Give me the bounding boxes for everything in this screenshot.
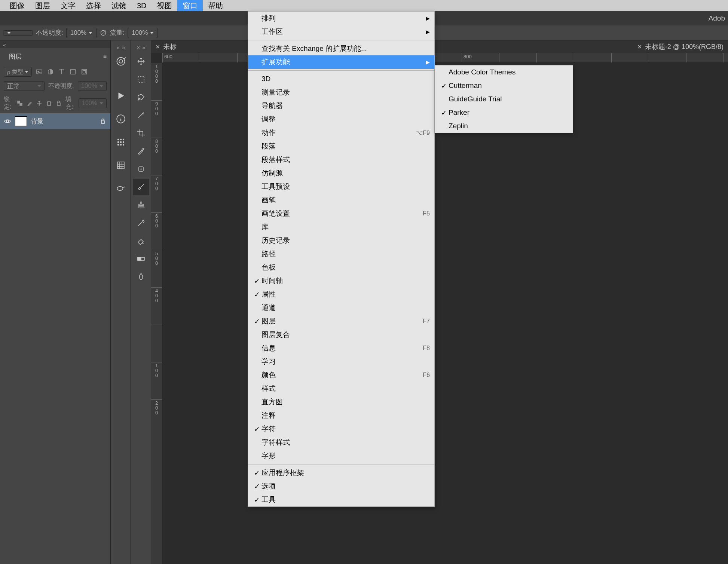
menu-item[interactable]: 通道 xyxy=(248,301,434,315)
toolbar-handle[interactable]: ×» xyxy=(137,43,145,52)
menu-选择[interactable]: 选择 xyxy=(81,0,106,11)
lock-move-icon[interactable] xyxy=(36,99,42,107)
menu-item[interactable]: ✓工具 xyxy=(248,493,434,506)
grid-dots-icon[interactable] xyxy=(113,134,129,150)
menu-item[interactable]: 查找有关 Exchange 的扩展功能... xyxy=(248,42,434,55)
menu-item[interactable]: 调整 xyxy=(248,113,434,126)
healing-tool[interactable] xyxy=(133,161,149,177)
menu-item[interactable]: 段落 xyxy=(248,140,434,153)
layer-row-background[interactable]: 背景 xyxy=(0,113,110,129)
submenu-item[interactable]: GuideGuide Trial xyxy=(435,92,573,106)
menu-item[interactable]: 动作⌥F9 xyxy=(248,126,434,140)
layer-opacity-value[interactable]: 100% xyxy=(78,81,107,91)
submenu-item[interactable]: Zeplin xyxy=(435,119,573,133)
brush-tool[interactable] xyxy=(133,179,149,195)
menu-item[interactable]: 路径 xyxy=(248,247,434,261)
info-icon[interactable] xyxy=(113,111,129,127)
menu-item[interactable]: 色板 xyxy=(248,261,434,274)
menu-滤镜[interactable]: 滤镜 xyxy=(106,0,132,11)
wand-tool[interactable] xyxy=(133,107,149,123)
menu-item[interactable]: 注释 xyxy=(248,409,434,422)
menu-item[interactable]: 画笔 xyxy=(248,193,434,207)
menu-item[interactable]: ✓图层F7 xyxy=(248,315,434,328)
lock-all-icon[interactable] xyxy=(56,99,62,107)
menu-item[interactable]: 学习 xyxy=(248,355,434,368)
close-icon[interactable]: ✕ xyxy=(637,44,642,50)
filter-kind-dropdown[interactable]: ρ类型 xyxy=(4,67,32,77)
submenu-item[interactable]: Adobe Color Themes xyxy=(435,65,573,79)
filter-shape-icon[interactable] xyxy=(69,68,77,76)
pressure-opacity-icon[interactable] xyxy=(100,29,107,37)
menu-图层[interactable]: 图层 xyxy=(30,0,55,11)
menu-item[interactable]: 段落样式 xyxy=(248,153,434,166)
blend-mode-dropdown[interactable]: 正常 xyxy=(4,81,45,91)
menu-item[interactable]: 直方图 xyxy=(248,395,434,409)
menu-窗口[interactable]: 窗口 xyxy=(177,0,203,11)
menu-item[interactable]: 字符样式 xyxy=(248,436,434,449)
lock-transparent-icon[interactable] xyxy=(17,99,23,107)
stamp-tool[interactable] xyxy=(133,197,149,213)
menu-item[interactable]: 测量记录 xyxy=(248,86,434,99)
layer-opacity-label: 不透明度: xyxy=(48,82,74,90)
menu-item[interactable]: 图层复合 xyxy=(248,328,434,341)
menu-3D[interactable]: 3D xyxy=(132,0,152,11)
panel-menu-icon[interactable]: ≡ xyxy=(103,53,107,60)
menu-帮助[interactable]: 帮助 xyxy=(203,0,228,11)
menu-item[interactable]: 信息F8 xyxy=(248,341,434,355)
menu-图像[interactable]: 图像 xyxy=(4,0,30,11)
lock-paint-icon[interactable] xyxy=(27,99,33,107)
tool-preset-dropdown[interactable] xyxy=(3,30,33,36)
play-icon[interactable] xyxy=(113,88,129,104)
crop-tool[interactable] xyxy=(133,125,149,141)
menu-item[interactable]: 3D xyxy=(248,72,434,86)
filter-type-icon[interactable]: T xyxy=(58,68,65,76)
submenu-item[interactable]: ✓Cutterman xyxy=(435,79,573,92)
menu-item[interactable]: 工作区▶ xyxy=(248,25,434,39)
menu-item[interactable]: ✓属性 xyxy=(248,288,434,301)
menu-item[interactable]: ✓字符 xyxy=(248,422,434,436)
menu-item[interactable]: ✓选项 xyxy=(248,479,434,493)
menu-item[interactable]: 扩展功能▶ xyxy=(248,55,434,69)
visibility-eye-icon[interactable] xyxy=(4,117,11,125)
collapse-panel-icon[interactable]: « xyxy=(3,42,6,48)
menu-item[interactable]: 仿制源 xyxy=(248,166,434,180)
menu-视图[interactable]: 视图 xyxy=(152,0,177,11)
doc-tab-1[interactable]: ✕ 未标 xyxy=(151,40,181,53)
doc-tab-2[interactable]: ✕ 未标题-2 @ 100%(RGB/8) xyxy=(633,40,728,53)
menu-item[interactable]: ✓应用程序框架 xyxy=(248,466,434,479)
filter-smart-icon[interactable] xyxy=(80,68,88,76)
blur-tool[interactable] xyxy=(133,269,149,285)
close-icon[interactable]: ✕ xyxy=(156,44,160,50)
menu-文字[interactable]: 文字 xyxy=(55,0,81,11)
layers-tab[interactable]: 图层 xyxy=(4,50,27,62)
menu-item[interactable]: 库 xyxy=(248,220,434,234)
menu-item[interactable]: 字形 xyxy=(248,449,434,463)
menu-item[interactable]: 样式 xyxy=(248,382,434,395)
lasso-tool[interactable] xyxy=(133,89,149,105)
horizontal-ruler[interactable]: 600600700800600800300 xyxy=(162,53,728,63)
menu-item[interactable]: ✓时间轴 xyxy=(248,274,434,288)
menu-item[interactable]: 历史记录 xyxy=(248,234,434,247)
menu-item[interactable]: 工具预设 xyxy=(248,180,434,193)
gradient-tool[interactable] xyxy=(133,251,149,267)
opacity-value[interactable]: 100% xyxy=(66,28,97,38)
move-tool[interactable] xyxy=(133,53,149,70)
filter-adjust-icon[interactable] xyxy=(47,68,54,76)
target-icon[interactable] xyxy=(113,53,129,70)
menu-item[interactable]: 排列▶ xyxy=(248,12,434,25)
marquee-tool[interactable] xyxy=(133,71,149,88)
history-brush-tool[interactable] xyxy=(133,215,149,231)
flow-value[interactable]: 100% xyxy=(128,28,158,38)
submenu-item[interactable]: ✓Parker xyxy=(435,106,573,119)
menu-item[interactable]: 颜色F6 xyxy=(248,368,434,382)
menu-item[interactable]: 画笔设置F5 xyxy=(248,207,434,220)
eyedropper-tool[interactable] xyxy=(133,143,149,159)
vertical-ruler[interactable]: 1000900800700600500400100200 xyxy=(151,63,162,564)
grid-icon[interactable] xyxy=(113,157,129,174)
lock-artboard-icon[interactable] xyxy=(46,99,52,107)
smudge-icon[interactable] xyxy=(113,180,129,197)
eraser-tool[interactable] xyxy=(133,233,149,249)
menu-item[interactable]: 导航器 xyxy=(248,99,434,113)
fill-value[interactable]: 100% xyxy=(79,98,107,108)
filter-image-icon[interactable] xyxy=(36,68,43,76)
